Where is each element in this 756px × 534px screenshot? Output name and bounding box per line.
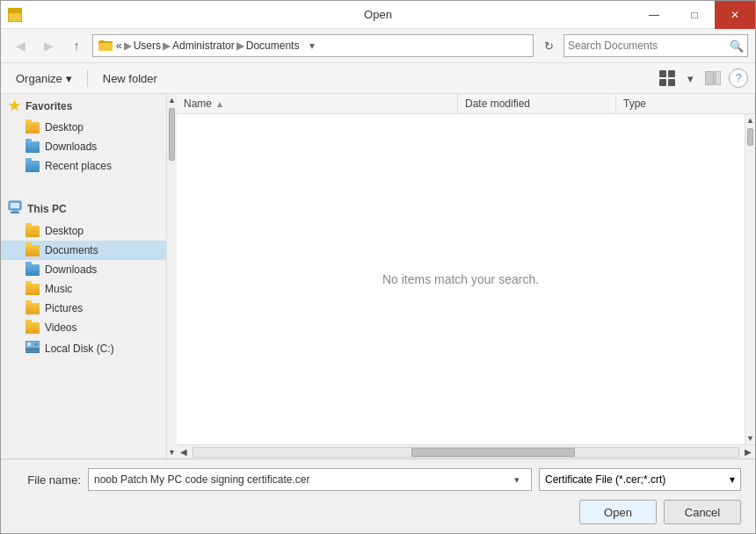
- sidebar-item-documents-pc[interactable]: Documents: [1, 241, 166, 260]
- title-bar: Open — □ ✕: [1, 1, 755, 29]
- svg-rect-8: [659, 79, 666, 86]
- open-dialog: Open — □ ✕ ◀ ▶ ↑ « ▶ Users ▶ Admi: [0, 0, 756, 534]
- svg-rect-6: [659, 70, 666, 77]
- address-part-users: Users: [134, 40, 161, 52]
- svg-rect-19: [25, 349, 40, 353]
- address-dropdown-button[interactable]: ▾: [302, 35, 322, 56]
- sidebar-item-downloads-pc[interactable]: Downloads: [1, 260, 166, 279]
- hscroll-right-button[interactable]: ▶: [741, 447, 755, 457]
- filetype-value: Certificate File (*.cer;*.crt): [545, 473, 665, 486]
- disk-icon: [25, 341, 40, 356]
- back-button[interactable]: ◀: [8, 34, 33, 57]
- close-button[interactable]: ✕: [715, 1, 755, 29]
- dialog-icon: [8, 8, 22, 22]
- hscroll-thumb[interactable]: [411, 448, 575, 457]
- sidebar-scrollbar: ▲ ▼: [166, 94, 177, 458]
- forward-button[interactable]: ▶: [36, 34, 61, 57]
- cancel-button[interactable]: Cancel: [664, 500, 741, 524]
- sidebar-item-label: Downloads: [45, 263, 97, 276]
- sidebar-item-label: Recent places: [45, 160, 112, 172]
- svg-rect-15: [11, 212, 19, 213]
- hscroll-track[interactable]: [193, 447, 739, 458]
- address-part-admin: Administrator: [172, 40, 235, 52]
- organize-button[interactable]: Organize ▾: [8, 69, 80, 89]
- star-icon: ★: [8, 97, 20, 114]
- sidebar-wrapper: ★ Favorites Desktop Downloads Recent pla…: [1, 94, 177, 458]
- open-button[interactable]: Open: [579, 500, 657, 524]
- svg-rect-4: [98, 43, 113, 51]
- svg-rect-7: [668, 70, 675, 77]
- content-scroll-thumb[interactable]: [747, 128, 753, 146]
- horizontal-scrollbar: ◀ ▶: [177, 444, 755, 458]
- this-pc-label: This PC: [27, 203, 67, 215]
- svg-rect-11: [716, 71, 721, 85]
- new-folder-label: New folder: [103, 72, 157, 85]
- hscroll-left-button[interactable]: ◀: [177, 447, 191, 457]
- content-area: Name ▲ Date modified Type No items match…: [177, 94, 755, 458]
- filetype-dropdown-arrow: ▾: [730, 473, 735, 486]
- search-input[interactable]: [568, 40, 730, 52]
- this-pc-section: This PC Desktop Documents Downloads: [1, 197, 166, 359]
- sidebar-item-label: Downloads: [45, 141, 97, 153]
- view-dropdown-button[interactable]: ▾: [683, 67, 697, 90]
- sidebar-item-music-pc[interactable]: Music: [1, 279, 166, 299]
- view-icon-button[interactable]: [655, 67, 680, 90]
- sidebar-item-label: Desktop: [45, 121, 84, 134]
- organize-arrow: ▾: [66, 72, 72, 85]
- sidebar-item-recent-fav[interactable]: Recent places: [1, 156, 166, 176]
- filename-dropdown-arrow[interactable]: ▾: [508, 474, 526, 486]
- sidebar-scroll-up[interactable]: ▲: [167, 94, 177, 106]
- sidebar-item-desktop-pc[interactable]: Desktop: [1, 221, 166, 241]
- refresh-button[interactable]: ↻: [537, 34, 560, 57]
- col-header-date[interactable]: Date modified: [458, 94, 616, 113]
- sidebar-item-desktop-fav[interactable]: Desktop: [1, 118, 166, 137]
- minimize-button[interactable]: —: [634, 1, 674, 29]
- pc-icon: [8, 200, 22, 218]
- folder-icon: [25, 122, 40, 134]
- col-header-name[interactable]: Name ▲: [177, 94, 458, 113]
- maximize-button[interactable]: □: [674, 1, 715, 29]
- filename-input[interactable]: noob Patch My PC code signing certificat…: [88, 468, 532, 491]
- folder-icon: [25, 245, 40, 256]
- svg-rect-10: [705, 71, 714, 85]
- empty-message: No items match your search.: [382, 272, 539, 286]
- sidebar-item-downloads-fav[interactable]: Downloads: [1, 137, 166, 156]
- col-header-type[interactable]: Type: [616, 94, 755, 113]
- svg-rect-9: [668, 79, 675, 86]
- content-scrollbar: ▲ ▼: [745, 114, 755, 444]
- favorites-header[interactable]: ★ Favorites: [1, 94, 166, 118]
- main-area: ★ Favorites Desktop Downloads Recent pla…: [1, 94, 755, 458]
- this-pc-header[interactable]: This PC: [1, 197, 166, 221]
- svg-rect-14: [12, 210, 18, 212]
- sidebar: ★ Favorites Desktop Downloads Recent pla…: [1, 94, 166, 458]
- col-date-label: Date modified: [465, 97, 530, 110]
- search-icon: 🔍: [730, 40, 744, 53]
- sidebar-scroll-down[interactable]: ▼: [167, 446, 177, 458]
- folder-icon: [25, 226, 40, 237]
- search-box[interactable]: 🔍: [563, 34, 748, 57]
- sort-arrow-icon: ▲: [215, 99, 224, 109]
- content-with-scroll: No items match your search. ▲ ▼: [177, 114, 755, 444]
- help-button[interactable]: ?: [729, 69, 748, 88]
- sidebar-item-videos-pc[interactable]: Videos: [1, 318, 166, 337]
- new-folder-button[interactable]: New folder: [95, 69, 165, 89]
- sidebar-item-label: Documents: [45, 244, 98, 256]
- filetype-select[interactable]: Certificate File (*.cer;*.crt) ▾: [539, 468, 741, 491]
- sidebar-item-label: Local Disk (C:): [45, 343, 114, 355]
- address-box[interactable]: « ▶ Users ▶ Administrator ▶ Documents ▾: [92, 34, 534, 57]
- sidebar-item-pictures-pc[interactable]: Pictures: [1, 299, 166, 318]
- content-scroll-down[interactable]: ▼: [745, 432, 755, 444]
- address-part-0: «: [116, 40, 122, 52]
- content-scroll-up[interactable]: ▲: [745, 114, 755, 126]
- bottom-bar: File name: noob Patch My PC code signing…: [1, 458, 755, 533]
- sidebar-scroll-thumb[interactable]: [169, 108, 175, 161]
- buttons-row: Open Cancel: [15, 500, 741, 524]
- sidebar-item-label: Desktop: [45, 225, 84, 237]
- sidebar-item-local-disk[interactable]: Local Disk (C:): [1, 337, 166, 359]
- filename-value: noob Patch My PC code signing certificat…: [94, 473, 505, 486]
- folder-blue-icon: [25, 264, 40, 276]
- folder-icon: [25, 284, 40, 295]
- content-body: No items match your search.: [177, 114, 745, 444]
- up-button[interactable]: ↑: [64, 34, 89, 57]
- preview-button[interactable]: [701, 67, 725, 90]
